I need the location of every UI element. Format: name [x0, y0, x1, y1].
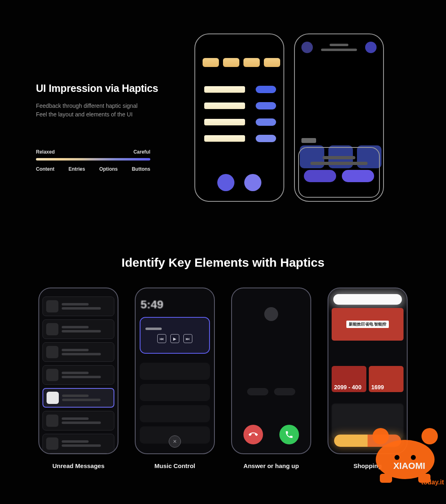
mock-action-dot: [365, 42, 377, 53]
mock-entry: [204, 135, 245, 142]
example-music-control: 5:49 ⏮ ▶ ⏭ ✕ Music Control: [135, 288, 215, 469]
phone-mock-store: [294, 33, 384, 202]
message-row: [42, 411, 114, 430]
mock-option-pill: [256, 86, 276, 93]
search-bar-highlighted: [333, 294, 402, 305]
promo-banner: 新能效巨省电 智能控: [332, 308, 404, 341]
legend-careful: Careful: [134, 149, 150, 155]
call-action-chips: [232, 388, 310, 395]
example-answer-hangup: Answer or hang up: [231, 288, 311, 469]
mock-rows: [204, 86, 276, 142]
close-icon: ✕: [169, 435, 181, 448]
example-shopping: 新能效巨省电 智能控 2099 - 400 1699 Shopping: [328, 288, 408, 469]
notification-row: [140, 405, 210, 422]
mock-tabs: [203, 58, 280, 67]
watermark-site: today.it: [421, 479, 444, 486]
example-label: Answer or hang up: [243, 462, 299, 469]
notification-row: [140, 363, 210, 380]
message-row-highlighted: [42, 388, 114, 408]
legend-relaxed: Relaxed: [36, 149, 55, 155]
phone-music-control: 5:49 ⏮ ▶ ⏭ ✕: [135, 288, 215, 454]
mock-tab: [243, 58, 260, 67]
mock-entry: [204, 119, 245, 125]
legend-entries: Entries: [69, 166, 85, 172]
mock-entry: [204, 103, 245, 109]
legend-buttons: Buttons: [132, 166, 150, 172]
notification-row: [140, 384, 210, 401]
price-tile: 1699: [369, 366, 404, 392]
message-row: [42, 365, 114, 385]
call-chip: [274, 388, 295, 395]
mock-avatar-dot: [301, 42, 313, 53]
legend-gradient-bar: [36, 158, 150, 161]
mock-tab: [264, 58, 280, 67]
cta-button-highlighted: [334, 435, 401, 447]
example-label: Shopping: [353, 462, 381, 469]
mock-bottom-sheet: [298, 147, 380, 198]
next-track-icon: ⏭: [183, 334, 192, 343]
mock-button-circle: [217, 174, 234, 191]
product-card: [332, 404, 404, 439]
phone-icon: [285, 430, 294, 439]
sheet-line: [310, 162, 368, 165]
section2-title: Identify Key Elements with Haptics: [0, 256, 446, 270]
mock-tab: [223, 58, 239, 67]
legend-content: Content: [36, 166, 54, 172]
haptics-title: UI Impression via Haptics: [36, 83, 171, 94]
music-title-line: [145, 328, 162, 330]
hangup-button: [243, 425, 263, 444]
mock-entry: [204, 86, 245, 93]
banner-text: 新能效巨省电 智能控: [346, 321, 389, 328]
example-label: Unread Messages: [52, 462, 105, 469]
caller-avatar: [264, 307, 278, 321]
svg-rect-4: [418, 474, 430, 483]
prev-track-icon: ⏮: [157, 334, 166, 343]
mock-option-pill: [256, 102, 276, 109]
phone-mock-settings: [194, 33, 284, 202]
sheet-button: [304, 170, 336, 182]
message-row: [42, 319, 114, 339]
haptics-desc: Feedback through different haptic signal…: [36, 102, 171, 119]
message-row: [42, 342, 114, 362]
phone-call: [231, 288, 311, 454]
play-icon: ▶: [170, 334, 179, 343]
mock-chip: [301, 138, 316, 143]
legend-options: Options: [99, 166, 118, 172]
example-label: Music Control: [154, 462, 195, 469]
mock-option-pill: [256, 118, 276, 126]
sheet-button: [342, 170, 374, 182]
phone-shopping: 新能效巨省电 智能控 2099 - 400 1699: [328, 288, 408, 454]
message-row: [42, 434, 114, 453]
phone-unread-messages: [38, 288, 118, 454]
sheet-line: [323, 156, 355, 159]
price-tile: 2099 - 400: [332, 366, 366, 392]
mock-title-lines: [319, 44, 359, 51]
music-card-highlighted: ⏮ ▶ ⏭: [140, 317, 210, 354]
call-chip: [247, 388, 268, 395]
example-unread-messages: Unread Messages: [38, 288, 118, 469]
svg-rect-3: [380, 474, 392, 483]
haptics-copy: UI Impression via Haptics Feedback throu…: [36, 83, 171, 119]
mock-tab: [203, 58, 219, 67]
tile-price: 2099 - 400: [334, 384, 361, 390]
mock-option-pill: [256, 135, 276, 142]
message-row: [42, 297, 114, 316]
notification-rows: [140, 363, 210, 444]
lock-time: 5:49: [140, 298, 163, 311]
tile-price: 1699: [371, 384, 384, 390]
section-haptics-impression: UI Impression via Haptics Feedback throu…: [0, 0, 446, 221]
examples-row: Unread Messages 5:49 ⏮ ▶ ⏭ ✕ Music Contr…: [0, 288, 446, 469]
haptics-legend: Relaxed Careful Content Entries Options …: [36, 149, 150, 172]
mock-button-circle: [244, 174, 261, 191]
mock-buttons: [195, 174, 283, 191]
answer-button: [279, 425, 299, 444]
phone-down-icon: [249, 430, 258, 439]
